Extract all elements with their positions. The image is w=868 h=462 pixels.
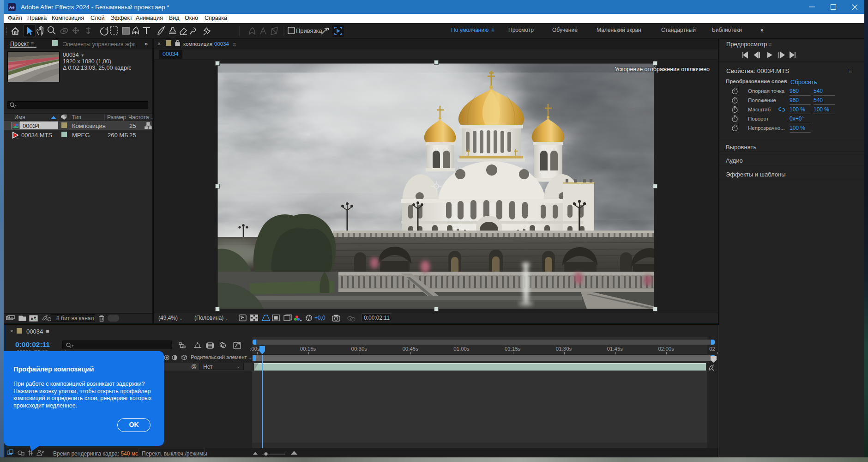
svg-text:Привязка: Привязка bbox=[296, 27, 323, 34]
svg-text:...: ... bbox=[16, 136, 19, 139]
